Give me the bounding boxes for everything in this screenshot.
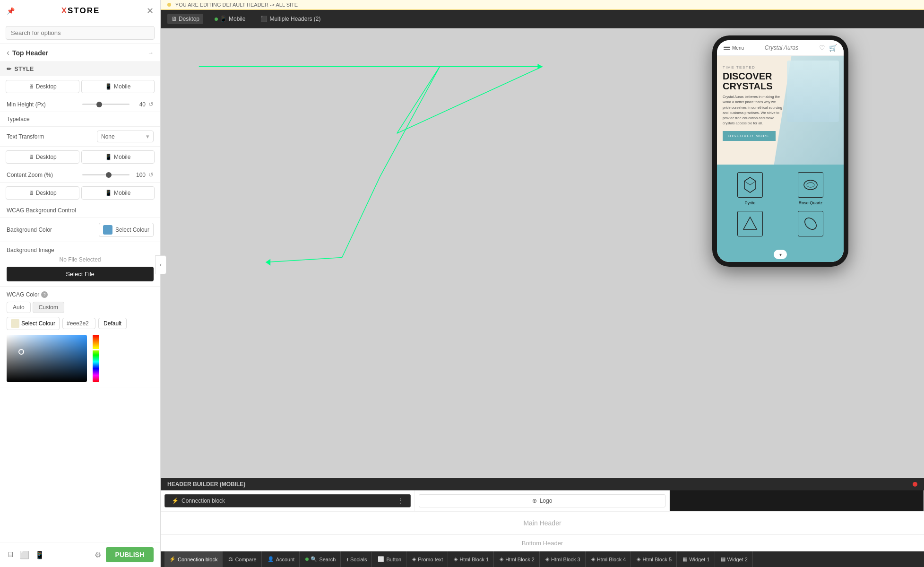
help-icon: ? (41, 291, 48, 298)
footer-btn-compare[interactable]: ⚖ Compare (224, 551, 261, 567)
reset-icon-2[interactable]: ↺ (148, 171, 154, 178)
crystal-image (787, 61, 839, 122)
wcag-tab-custom[interactable]: Custom (33, 302, 64, 313)
text-transform-dropdown[interactable]: None ▾ (97, 131, 154, 142)
mobile-tab-1[interactable]: 📱 Mobile (81, 80, 155, 93)
wcag-hex-input[interactable] (62, 318, 95, 329)
wcag-default-button[interactable]: Default (98, 318, 127, 329)
settings-icon[interactable]: ⚙ (95, 550, 101, 559)
footer-btn-html4[interactable]: ◈ Html Block 4 (587, 551, 631, 567)
color-gradient[interactable] (7, 335, 87, 382)
style-section-header: ✏ STYLE (0, 62, 160, 76)
panel-pin-icon[interactable]: 📌 (7, 7, 15, 15)
footer-btn-widget1[interactable]: ▦ Widget 1 (678, 551, 715, 567)
promo-footer-icon: ◈ (412, 556, 416, 562)
connection-block-button[interactable]: ⚡ Connection block ⋮ (164, 494, 411, 507)
main-header-cell: Main Header (161, 512, 924, 534)
builder-cell-connection: ⚡ Connection block ⋮ (161, 490, 415, 511)
select-file-button[interactable]: Select File (7, 267, 154, 281)
mobile-tab-3[interactable]: 📱 Mobile (81, 186, 155, 200)
wcag-tab-auto[interactable]: Auto (7, 302, 31, 313)
desktop-tab-1[interactable]: 🖥 Desktop (6, 80, 79, 93)
wcag-color-section: WCAG Color ? Auto Custom Select Colour (0, 287, 160, 387)
back-icon[interactable]: ‹ (7, 48, 9, 58)
color-picker (7, 335, 154, 382)
svg-marker-9 (744, 177, 756, 185)
widget1-footer-icon: ▦ (682, 556, 687, 562)
phone-hero: TIME TESTED DISCOVER CRYSTALS Crystal Au… (717, 56, 844, 165)
mobile-icon-1: 📱 (105, 83, 112, 90)
footer-btn-account[interactable]: 👤 Account (263, 551, 300, 567)
collapse-handle[interactable]: ‹ (155, 255, 166, 274)
hue-slider[interactable] (93, 335, 99, 382)
scroll-down-btn[interactable]: ▾ (774, 250, 787, 259)
connection-block-handle: ⋮ (398, 497, 404, 504)
wcag-color-control: Select Colour Default (7, 317, 154, 330)
cart-icon: 🛒 (829, 44, 837, 52)
publish-button[interactable]: PUBLISH (106, 547, 154, 562)
reset-icon[interactable]: ↺ (148, 101, 154, 108)
mobile-toolbar-btn[interactable]: 📱 Mobile (211, 14, 249, 24)
hero-desc: Crystal Auras believes in making the wor… (723, 94, 784, 126)
footer-btn-socials[interactable]: f Socials (342, 552, 372, 567)
min-height-slider[interactable] (82, 104, 130, 105)
desktop-toolbar-btn[interactable]: 🖥 Desktop (167, 14, 203, 24)
desktop-icon-3: 🖥 (28, 190, 34, 196)
footer-btn-search[interactable]: 🔍 Search (301, 551, 341, 567)
footer-btn-widget2[interactable]: ▦ Widget 2 (716, 551, 753, 567)
widget2-footer-icon: ▦ (721, 556, 725, 562)
builder-row-1: ⚡ Connection block ⋮ ⊕ Logo (161, 490, 924, 512)
desktop-tab-3[interactable]: 🖥 Desktop (6, 186, 79, 200)
gem-icon-2 (798, 172, 823, 198)
footer-btn-html5[interactable]: ◈ Html Block 5 (632, 551, 677, 567)
panel-content: ✏ STYLE 🖥 Desktop 📱 Mobile Min Height (P… (0, 62, 160, 542)
bg-color-swatch (103, 225, 112, 235)
wcag-colour-btn[interactable]: Select Colour (7, 317, 60, 330)
footer-btn-html2[interactable]: ◈ Html Block 2 (495, 551, 540, 567)
desktop-icon-2: 🖥 (28, 154, 34, 160)
content-zoom-thumb (106, 172, 112, 178)
discover-more-button[interactable]: DISCOVER MORE (723, 131, 776, 141)
gem-item-3 (723, 211, 777, 239)
search-footer-icon: 🔍 (311, 556, 317, 562)
mobile-icon-2: 📱 (105, 154, 112, 160)
multiple-headers-btn[interactable]: ⬛ Multiple Headers (2) (257, 14, 324, 24)
logo-button[interactable]: ⊕ Logo (419, 494, 665, 507)
multiple-headers-icon: ⬛ (260, 16, 268, 22)
svg-point-11 (807, 183, 814, 187)
compare-footer-icon: ⚖ (228, 556, 233, 562)
close-icon[interactable]: ✕ (147, 6, 154, 16)
desktop-tab-2[interactable]: 🖥 Desktop (6, 150, 79, 164)
gem-icon-3 (737, 211, 763, 236)
svg-line-1 (397, 67, 543, 133)
mobile-tab-2[interactable]: 📱 Mobile (81, 150, 155, 164)
footer-btn-button[interactable]: ⬜ Button (373, 551, 406, 567)
phone-header: Menu Crystal Auras ♡ 🛒 (717, 40, 844, 56)
desktop-toolbar-icon: 🖥 (171, 16, 177, 22)
breadcrumb: ‹ Top Header → (0, 44, 160, 62)
footer-btn-html3[interactable]: ◈ Html Block 3 (541, 551, 586, 567)
footer-btn-promo[interactable]: ◈ Promo text (407, 551, 448, 567)
builder-row-3: Bottom Header (161, 535, 924, 551)
footer-btn-connection-block[interactable]: ⚡ Connection block (164, 551, 223, 567)
builder-area: HEADER BUILDER (MOBILE) ⚡ Connection blo… (161, 478, 924, 551)
bg-color-picker-btn[interactable]: Select Colour (99, 223, 154, 237)
html3-footer-icon: ◈ (545, 556, 549, 562)
search-box (0, 22, 160, 44)
tablet-icon[interactable]: ⬜ (20, 550, 29, 559)
svg-line-4 (342, 176, 380, 258)
svg-marker-12 (743, 217, 757, 229)
left-panel: 📌 XSTORE ✕ ‹ Top Header → ✏ STYLE 🖥 (0, 0, 161, 567)
search-input[interactable] (6, 26, 155, 40)
svg-marker-6 (266, 259, 270, 266)
html2-footer-icon: ◈ (500, 556, 503, 562)
monitor-icon[interactable]: 🖥 (7, 550, 14, 559)
footer-btn-html1[interactable]: ◈ Html Block 1 (449, 551, 494, 567)
panel-bottom: 🖥 ⬜ 📱 ⚙ PUBLISH (0, 542, 160, 567)
content-zoom-slider[interactable] (82, 174, 130, 175)
mobile-toolbar-dot (215, 17, 218, 21)
button-footer-icon: ⬜ (378, 556, 384, 562)
mobile-bottom-icon[interactable]: 📱 (35, 550, 44, 559)
html4-footer-icon: ◈ (591, 556, 595, 562)
canvas-toolbar: 🖥 Desktop 📱 Mobile ⬛ Multiple Headers (2… (161, 10, 924, 28)
